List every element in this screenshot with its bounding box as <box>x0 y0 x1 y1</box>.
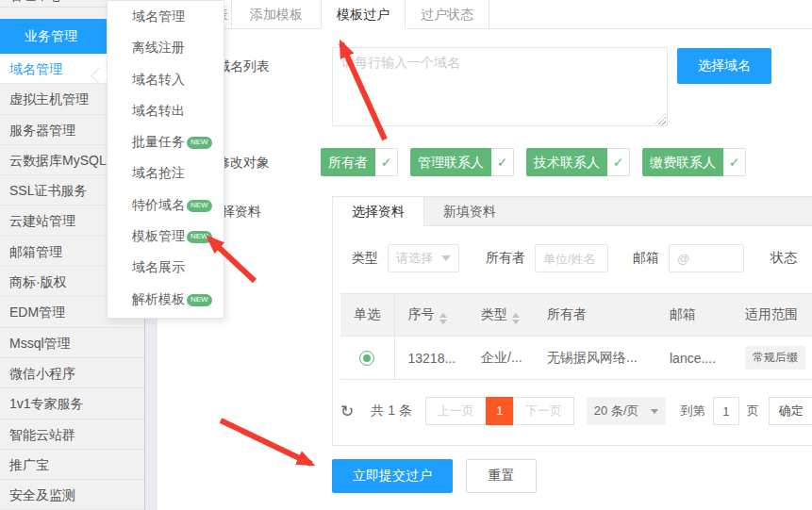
goto-prefix: 到第 <box>681 403 705 420</box>
checkbox-owner[interactable]: 所有者 ✓ <box>321 148 398 176</box>
select-domain-button[interactable]: 选择域名 <box>677 48 771 84</box>
tab-select-profile[interactable]: 选择资料 <box>333 197 424 227</box>
col-type[interactable]: 类型 <box>468 294 534 337</box>
col-scope: 适用范围 <box>732 294 812 337</box>
col-email: 邮箱 <box>656 294 732 337</box>
modify-target-checkboxes: 所有者 ✓ 管理联系人 ✓ 技术联系人 ✓ 缴费联系人 ✓ <box>321 148 746 176</box>
submit-transfer-button[interactable]: 立即提交过户 <box>332 459 453 493</box>
flyout-item-special-price-domain[interactable]: 特价域名NEW <box>108 189 224 221</box>
flyout-item-domain-display[interactable]: 域名展示 <box>108 252 224 283</box>
next-page-button[interactable]: 下一页 <box>513 397 574 425</box>
type-select[interactable]: 请选择 <box>388 244 459 272</box>
sidebar-item-promotion[interactable]: 推广宝 <box>0 450 144 480</box>
check-icon: ✓ <box>723 148 746 176</box>
col-seq[interactable]: 序号 <box>394 294 468 337</box>
template-tabbar: 模板列表 添加模板 模板过户 过户状态 <box>157 0 812 29</box>
chevron-down-icon <box>651 409 658 414</box>
pagination: ↻ 共 1 条 上一页 1 下一页 20 条/页 到第 页 确定 <box>340 397 812 425</box>
sort-icon[interactable] <box>512 313 520 324</box>
flyout-item-transfer-in[interactable]: 域名转入 <box>108 64 224 95</box>
reset-button[interactable]: 重置 <box>466 459 537 493</box>
cell-seq: 13218... <box>394 337 468 380</box>
col-radio: 单选 <box>340 294 394 337</box>
refresh-icon[interactable]: ↻ <box>340 403 354 420</box>
sort-icon[interactable] <box>439 313 447 324</box>
email-filter-input[interactable] <box>669 244 744 272</box>
sidebar-header-admin-center[interactable]: 管理中心 <box>9 0 62 7</box>
domain-list-textarea[interactable] <box>332 47 668 126</box>
prev-page-button[interactable]: 上一页 <box>425 397 487 425</box>
checkbox-billing-contact[interactable]: 缴费联系人 ✓ <box>642 148 746 176</box>
page-size-select[interactable]: 20 条/页 <box>587 397 666 425</box>
tab-transfer-status[interactable]: 过户状态 <box>405 0 489 29</box>
cell-type: 企业/... <box>468 337 534 380</box>
new-badge: NEW <box>187 137 212 149</box>
current-page[interactable]: 1 <box>486 397 514 425</box>
checkbox-admin-contact[interactable]: 管理联系人 ✓ <box>410 148 514 176</box>
profile-table: 单选 序号 类型 所有者 邮箱 适用范围 13218... 企业/... 无锡据… <box>340 293 812 380</box>
flyout-item-template-management[interactable]: 模板管理NEW <box>108 221 224 252</box>
sidebar-item-smart-cloud[interactable]: 智能云站群 <box>0 420 144 450</box>
total-count: 共 1 条 <box>371 403 412 420</box>
check-icon: ✓ <box>375 148 398 176</box>
chevron-down-icon <box>441 255 451 261</box>
new-badge: NEW <box>187 231 212 243</box>
check-icon: ✓ <box>607 148 630 176</box>
profile-filter-row: 类型 请选择 所有者 邮箱 状态 <box>352 244 806 272</box>
scope-tag: 常规后缀 <box>745 346 805 370</box>
tab-add-template[interactable]: 添加模板 <box>231 0 322 29</box>
table-header-row: 单选 序号 类型 所有者 邮箱 适用范围 <box>340 294 812 337</box>
sidebar-item-security-monitor[interactable]: 安全及监测 <box>0 480 144 510</box>
sidebar-item-wechat-miniprogram[interactable]: 微信小程序 <box>0 358 144 388</box>
flyout-item-transfer-out[interactable]: 域名转出 <box>108 95 224 126</box>
flyout-item-offline-register[interactable]: 离线注册 <box>108 32 224 63</box>
flyout-item-domain-snatch[interactable]: 域名抢注 <box>108 157 224 189</box>
check-icon: ✓ <box>491 148 514 176</box>
goto-page-input[interactable] <box>713 397 739 425</box>
new-badge: NEW <box>187 200 212 212</box>
main-content: 模板列表 添加模板 模板过户 过户状态 域名列表 选择域名 选择修改对象 所有者… <box>157 0 812 510</box>
status-filter-label: 状态 <box>771 250 797 267</box>
table-row[interactable]: 13218... 企业/... 无锡据风网络... lance.... 常规后缀 <box>340 337 812 380</box>
owner-filter-input[interactable] <box>535 244 608 272</box>
goto-confirm-button[interactable]: 确定 <box>769 397 812 425</box>
email-filter-label: 邮箱 <box>633 250 659 267</box>
col-owner: 所有者 <box>534 294 656 337</box>
flyout-item-dns-template[interactable]: 解析模板NEW <box>108 284 224 315</box>
profile-card-tabs: 选择资料 新填资料 <box>333 197 812 226</box>
row-radio-selected[interactable] <box>359 351 374 366</box>
flyout-item-batch-task[interactable]: 批量任务NEW <box>108 126 224 157</box>
domain-flyout-menu: 域名管理 离线注册 域名转入 域名转出 批量任务NEW 域名抢注 特价域名NEW… <box>107 0 224 319</box>
type-filter-label: 类型 <box>352 250 378 267</box>
checkbox-tech-contact[interactable]: 技术联系人 ✓ <box>526 148 630 176</box>
new-badge: NEW <box>187 294 212 306</box>
cell-email: lance.... <box>656 337 732 380</box>
flyout-item-domain-management[interactable]: 域名管理 <box>108 1 224 32</box>
sidebar-item-1v1-expert[interactable]: 1v1专家服务 <box>0 388 144 419</box>
cell-owner: 无锡据风网络... <box>534 337 656 380</box>
tab-new-profile[interactable]: 新填资料 <box>424 197 515 227</box>
goto-suffix: 页 <box>747 403 759 420</box>
profile-card: 选择资料 新填资料 类型 请选择 所有者 邮箱 状态 单选 序号 <box>332 196 812 446</box>
owner-filter-label: 所有者 <box>486 250 525 267</box>
sidebar-item-mssql[interactable]: Mssql管理 <box>0 328 144 358</box>
tab-template-transfer[interactable]: 模板过户 <box>321 0 406 29</box>
